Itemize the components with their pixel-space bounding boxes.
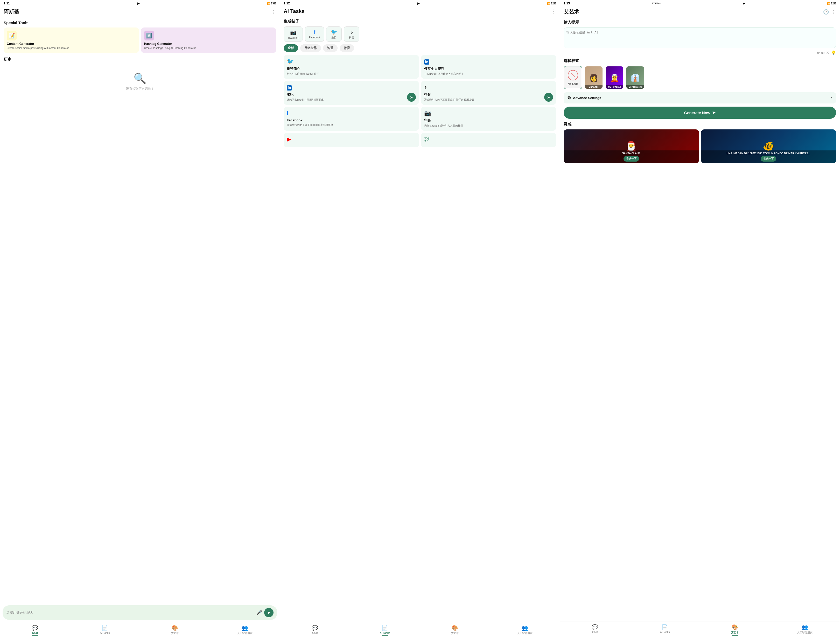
ocean-title: UNA IMAGEN DE 1080X 1080 CON UN FONDO DE… [703, 152, 835, 155]
task-linkedin-job-send[interactable]: ➤ [407, 93, 416, 102]
menu-icon-1[interactable]: ⋮ [272, 9, 276, 15]
ocean-try-button[interactable]: 尝试一下 [761, 156, 776, 161]
history-empty-state: 🔍 没有找到历史记录！ [4, 65, 276, 99]
chat-input-bar-1[interactable]: 点按此处开始聊天 🎤 ➤ [3, 605, 277, 620]
nav-chat-1[interactable]: 💬 Chat [0, 624, 70, 637]
battery-text-3: 62% [831, 2, 836, 5]
status-bar-1: 1:11 ▶ 📶 63% [0, 0, 280, 6]
menu-icon-2[interactable]: ⋮ [551, 9, 556, 14]
task-linkedin-job-title: 求职 [287, 92, 416, 97]
menu-icon-3[interactable]: ⋮ [831, 9, 836, 15]
no-style-label: No Style [568, 82, 578, 85]
mic-button-1[interactable]: 🎤 [256, 610, 262, 616]
advance-settings-label-wrapper: ⚙ Advance Settings [567, 95, 601, 100]
prompt-textarea[interactable] [564, 27, 836, 48]
platform-facebook[interactable]: f Facebook [305, 27, 324, 42]
task-linkedin-profile[interactable]: in 领英个人资料 在 LinkedIn 上创建令人难忘的帖子 [421, 55, 556, 79]
task-twitter-intro[interactable]: 🐦 推特简介 制作引人注目的 Twitter 帖子 [284, 55, 419, 79]
insp-card-ocean[interactable]: 🐠 UNA IMAGEN DE 1080X 1080 CON UN FONDO … [701, 130, 836, 163]
input-section: 输入提示 0/500 ✕ 💡 [560, 20, 840, 55]
history-title: 历史 [4, 57, 276, 62]
santa-try-button[interactable]: 尝试一下 [624, 156, 639, 161]
chat-input-placeholder-1[interactable]: 点按此处开始聊天 [6, 610, 254, 615]
style-enhance[interactable]: 👩 Enhance [584, 66, 603, 89]
task-linkedin-profile-title: 领英个人资料 [424, 66, 553, 71]
header-title-1: 阿斯基 [4, 8, 19, 15]
task-youtube-icon: ▶ [287, 136, 416, 142]
header-icons-2: ⋮ [551, 9, 556, 14]
nav-art-icon-2: 🎨 [452, 625, 458, 631]
tool-card-hashtag-generator[interactable]: #️⃣ Hashtag Generator Create hashtags us… [141, 27, 276, 53]
history-empty-text: 没有找到历史记录！ [126, 87, 154, 91]
nav-chat-icon-1: 💬 [32, 625, 38, 631]
battery-text-1: 63% [271, 2, 276, 5]
bottom-nav-1: 💬 Chat 📄 AI Tasks 🎨 艾艺术 👥 人工智能朋友 [0, 622, 280, 638]
task-linkedin-job[interactable]: in 求职 让您的 LinkedIn 求职信脱颖而出 ➤ [284, 81, 419, 105]
signal-icon-3: 📶 [827, 2, 830, 5]
filter-tabs: 全部 网络世界 沟通 教育 [280, 44, 560, 52]
nav-aitasks-3[interactable]: 📄 AI Tasks [630, 623, 700, 637]
advance-settings-icon: ⚙ [567, 95, 571, 100]
style-corporate[interactable]: 👔 Corporate S [626, 66, 644, 89]
nav-chat-3[interactable]: 💬 Chat [560, 623, 630, 637]
nav-friend-3[interactable]: 👥 人工智能朋友 [770, 623, 840, 637]
platform-instagram[interactable]: 📷 Instagram [284, 27, 303, 42]
style-cgi[interactable]: 🧝 CGI-Charac [605, 66, 624, 89]
task-facebook-desc: 凭借独特的帖子在 Facebook 上脱颖而出 [287, 123, 416, 127]
tools-grid: 📝 Content Generator Create social media … [4, 27, 276, 53]
status-bar-2: 1:12 ▶ 📶 62% [280, 0, 560, 6]
advance-settings-button[interactable]: ⚙ Advance Settings › [564, 92, 836, 103]
nav-friend-1[interactable]: 👥 人工智能朋友 [210, 624, 280, 637]
task-tiktok-icon: ♪ [424, 84, 553, 91]
task-tiktok-send[interactable]: ➤ [544, 93, 553, 102]
task-bird[interactable]: 🕊 [421, 133, 556, 147]
clear-button[interactable]: ✕ [826, 50, 829, 55]
tasks-grid: 🐦 推特简介 制作引人注目的 Twitter 帖子 in 领英个人资料 在 Li… [280, 55, 560, 147]
nav-friend-2[interactable]: 👥 人工智能朋友 [490, 624, 560, 637]
post-section-title: 生成帖子 [284, 19, 556, 24]
content-generator-desc: Create social media posts using AI Conte… [7, 46, 136, 50]
nav-art-3[interactable]: 🎨 艾艺术 [700, 623, 770, 637]
task-facebook[interactable]: f Facebook 凭借独特的帖子在 Facebook 上脱颖而出 [284, 107, 419, 131]
nav-art-1[interactable]: 🎨 艾艺术 [140, 624, 210, 637]
screen-art-ai: 1:13 87 KB/s ▶ 📶 62% 艾艺术 🕐 ⋮ 输入提示 0/500 … [560, 0, 840, 638]
nav-aitasks-2[interactable]: 📄 AI Tasks [350, 624, 420, 637]
cgi-label: CGI-Charac [606, 85, 623, 89]
tool-card-content-generator[interactable]: 📝 Content Generator Create social media … [4, 27, 139, 53]
style-no-style[interactable]: No Style [564, 66, 582, 89]
send-button-1[interactable]: ➤ [264, 608, 273, 617]
nav-friend-icon-3: 👥 [802, 624, 808, 630]
inspiration-grid: 🎅 SANTA CLAUS 尝试一下 🐠 UNA IMAGEN DE 1080X… [564, 130, 836, 163]
task-youtube[interactable]: ▶ [284, 133, 419, 147]
task-tiktok[interactable]: ♪ 抖音 通过吸引人的字幕提高您的 TikTok 观看次数 ➤ [421, 81, 556, 105]
input-title: 输入提示 [564, 20, 836, 25]
platform-twitter[interactable]: 🐦 推特 [326, 27, 342, 42]
generate-now-button[interactable]: Generate Now ➤ [564, 107, 836, 119]
nav-art-icon-3: 🎨 [732, 624, 738, 630]
filter-all[interactable]: 全部 [284, 44, 298, 52]
header-1: 阿斯基 ⋮ [0, 6, 280, 18]
idea-button[interactable]: 💡 [831, 50, 836, 55]
insp-card-santa[interactable]: 🎅 SANTA CLAUS 尝试一下 [564, 130, 699, 163]
status-icons-3: 📶 62% [827, 2, 836, 5]
filter-web[interactable]: 网络世界 [300, 44, 321, 52]
header-title-3: 艾艺术 [564, 8, 579, 15]
nav-chat-2[interactable]: 💬 Chat [280, 624, 350, 637]
task-caption[interactable]: 📷 字幕 为 Instagram 设计引人入胜的标题 [421, 107, 556, 131]
task-linkedin-profile-icon: in [424, 58, 553, 65]
filter-communication[interactable]: 沟通 [323, 44, 338, 52]
nav-aitasks-1[interactable]: 📄 AI Tasks [70, 624, 140, 637]
status-play-icon-2: ▶ [417, 2, 420, 5]
nav-art-2[interactable]: 🎨 艾艺术 [420, 624, 490, 637]
santa-overlay: SANTA CLAUS 尝试一下 [564, 150, 699, 163]
history-section: 🔍 没有找到历史记录！ [4, 65, 276, 99]
filter-education[interactable]: 教育 [339, 44, 354, 52]
history-icon-3[interactable]: 🕐 [823, 9, 829, 15]
status-play-icon-3: ▶ [743, 2, 745, 5]
platform-tiktok[interactable]: ♪ 抖音 [344, 27, 359, 42]
header-icons-1: ⋮ [272, 9, 276, 15]
inspiration-title: 灵感 [564, 122, 836, 127]
nav-chat-label-3: Chat [592, 631, 598, 633]
content-generator-title: Content Generator [7, 42, 136, 46]
hashtag-generator-title: Hashtag Generator [144, 42, 273, 46]
